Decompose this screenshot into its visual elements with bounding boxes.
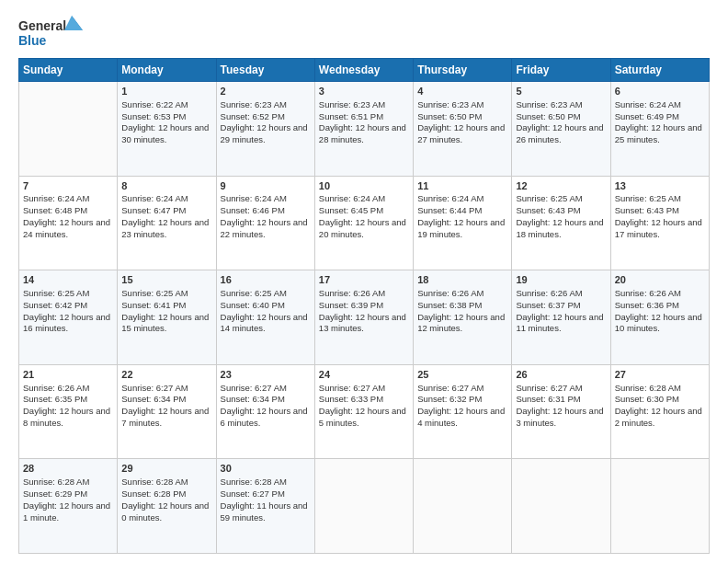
day-info: Sunrise: 6:26 AMSunset: 6:37 PMDaylight:…	[516, 288, 603, 333]
day-info: Sunrise: 6:24 AMSunset: 6:45 PMDaylight:…	[319, 193, 406, 238]
day-info: Sunrise: 6:26 AMSunset: 6:36 PMDaylight:…	[615, 288, 702, 333]
calendar-cell: 20Sunrise: 6:26 AMSunset: 6:36 PMDayligh…	[610, 270, 709, 365]
day-number: 1	[121, 85, 211, 98]
day-header-wednesday: Wednesday	[314, 59, 413, 82]
calendar-cell: 8Sunrise: 6:24 AMSunset: 6:47 PMDaylight…	[118, 176, 216, 270]
calendar-cell: 29Sunrise: 6:28 AMSunset: 6:28 PMDayligh…	[118, 459, 216, 554]
calendar-cell: 4Sunrise: 6:23 AMSunset: 6:50 PMDaylight…	[414, 82, 512, 177]
day-number: 19	[516, 273, 606, 287]
day-number: 16	[221, 273, 311, 287]
calendar-cell: 14Sunrise: 6:25 AMSunset: 6:42 PMDayligh…	[19, 270, 118, 365]
calendar-cell: 27Sunrise: 6:28 AMSunset: 6:30 PMDayligh…	[610, 364, 709, 459]
day-number: 2	[221, 85, 311, 98]
day-number: 27	[615, 368, 705, 382]
generalblue-logo-icon: General Blue	[18, 14, 83, 51]
day-number: 20	[615, 273, 705, 287]
calendar-cell: 3Sunrise: 6:23 AMSunset: 6:51 PMDaylight…	[314, 82, 413, 177]
day-number: 21	[23, 368, 113, 382]
calendar-cell	[512, 459, 610, 554]
header: General Blue	[18, 14, 710, 51]
calendar-week-row: 14Sunrise: 6:25 AMSunset: 6:42 PMDayligh…	[19, 270, 710, 365]
day-info: Sunrise: 6:24 AMSunset: 6:47 PMDaylight:…	[121, 193, 209, 238]
day-number: 14	[23, 273, 113, 287]
calendar-cell	[610, 459, 709, 554]
day-info: Sunrise: 6:28 AMSunset: 6:28 PMDaylight:…	[121, 477, 209, 522]
calendar-cell: 18Sunrise: 6:26 AMSunset: 6:38 PMDayligh…	[414, 270, 512, 365]
calendar-cell: 11Sunrise: 6:24 AMSunset: 6:44 PMDayligh…	[414, 176, 512, 270]
calendar-cell: 6Sunrise: 6:24 AMSunset: 6:49 PMDaylight…	[610, 82, 709, 177]
calendar-week-row: 21Sunrise: 6:26 AMSunset: 6:35 PMDayligh…	[19, 364, 710, 459]
day-number: 18	[417, 273, 507, 287]
calendar-cell: 30Sunrise: 6:28 AMSunset: 6:27 PMDayligh…	[216, 459, 314, 554]
day-number: 4	[417, 85, 507, 98]
day-number: 8	[121, 179, 211, 193]
day-info: Sunrise: 6:24 AMSunset: 6:49 PMDaylight:…	[615, 99, 702, 144]
day-info: Sunrise: 6:23 AMSunset: 6:50 PMDaylight:…	[417, 99, 505, 144]
day-info: Sunrise: 6:27 AMSunset: 6:31 PMDaylight:…	[516, 383, 603, 428]
calendar-cell: 1Sunrise: 6:22 AMSunset: 6:53 PMDaylight…	[118, 82, 216, 177]
calendar-cell: 19Sunrise: 6:26 AMSunset: 6:37 PMDayligh…	[512, 270, 610, 365]
day-info: Sunrise: 6:23 AMSunset: 6:52 PMDaylight:…	[221, 99, 308, 144]
calendar-cell: 2Sunrise: 6:23 AMSunset: 6:52 PMDaylight…	[216, 82, 314, 177]
calendar-cell: 9Sunrise: 6:24 AMSunset: 6:46 PMDaylight…	[216, 176, 314, 270]
day-number: 30	[221, 462, 311, 476]
calendar-cell: 15Sunrise: 6:25 AMSunset: 6:41 PMDayligh…	[118, 270, 216, 365]
day-info: Sunrise: 6:26 AMSunset: 6:35 PMDaylight:…	[23, 383, 110, 428]
calendar-cell: 22Sunrise: 6:27 AMSunset: 6:34 PMDayligh…	[118, 364, 216, 459]
calendar-cell: 26Sunrise: 6:27 AMSunset: 6:31 PMDayligh…	[512, 364, 610, 459]
day-number: 7	[23, 179, 113, 193]
day-number: 17	[319, 273, 409, 287]
calendar-cell: 17Sunrise: 6:26 AMSunset: 6:39 PMDayligh…	[314, 270, 413, 365]
day-info: Sunrise: 6:23 AMSunset: 6:51 PMDaylight:…	[319, 99, 406, 144]
day-info: Sunrise: 6:28 AMSunset: 6:29 PMDaylight:…	[23, 477, 110, 522]
day-info: Sunrise: 6:27 AMSunset: 6:34 PMDaylight:…	[221, 383, 308, 428]
calendar-cell: 10Sunrise: 6:24 AMSunset: 6:45 PMDayligh…	[314, 176, 413, 270]
day-header-thursday: Thursday	[414, 59, 512, 82]
calendar-cell: 21Sunrise: 6:26 AMSunset: 6:35 PMDayligh…	[19, 364, 118, 459]
day-info: Sunrise: 6:25 AMSunset: 6:42 PMDaylight:…	[23, 288, 110, 333]
day-number: 22	[121, 368, 211, 382]
day-header-saturday: Saturday	[610, 59, 709, 82]
day-info: Sunrise: 6:26 AMSunset: 6:39 PMDaylight:…	[319, 288, 406, 333]
day-info: Sunrise: 6:25 AMSunset: 6:40 PMDaylight:…	[221, 288, 308, 333]
day-number: 15	[121, 273, 211, 287]
day-header-monday: Monday	[118, 59, 216, 82]
day-number: 9	[221, 179, 311, 193]
svg-text:Blue: Blue	[18, 33, 47, 48]
day-info: Sunrise: 6:24 AMSunset: 6:46 PMDaylight:…	[221, 193, 308, 238]
calendar-cell: 7Sunrise: 6:24 AMSunset: 6:48 PMDaylight…	[19, 176, 118, 270]
day-info: Sunrise: 6:28 AMSunset: 6:27 PMDaylight:…	[221, 477, 308, 522]
day-number: 3	[319, 85, 409, 98]
day-info: Sunrise: 6:27 AMSunset: 6:33 PMDaylight:…	[319, 383, 406, 428]
day-number: 24	[319, 368, 409, 382]
day-header-friday: Friday	[512, 59, 610, 82]
calendar-cell: 16Sunrise: 6:25 AMSunset: 6:40 PMDayligh…	[216, 270, 314, 365]
day-info: Sunrise: 6:24 AMSunset: 6:44 PMDaylight:…	[417, 193, 505, 238]
day-info: Sunrise: 6:22 AMSunset: 6:53 PMDaylight:…	[121, 99, 209, 144]
calendar-cell: 28Sunrise: 6:28 AMSunset: 6:29 PMDayligh…	[19, 459, 118, 554]
day-number: 12	[516, 179, 606, 193]
day-number: 23	[221, 368, 311, 382]
day-number: 5	[516, 85, 606, 98]
day-number: 13	[615, 179, 705, 193]
calendar-week-row: 7Sunrise: 6:24 AMSunset: 6:48 PMDaylight…	[19, 176, 710, 270]
day-number: 10	[319, 179, 409, 193]
calendar-cell: 24Sunrise: 6:27 AMSunset: 6:33 PMDayligh…	[314, 364, 413, 459]
day-info: Sunrise: 6:25 AMSunset: 6:43 PMDaylight:…	[615, 193, 702, 238]
calendar-cell: 13Sunrise: 6:25 AMSunset: 6:43 PMDayligh…	[610, 176, 709, 270]
calendar-cell: 23Sunrise: 6:27 AMSunset: 6:34 PMDayligh…	[216, 364, 314, 459]
day-info: Sunrise: 6:28 AMSunset: 6:30 PMDaylight:…	[615, 383, 702, 428]
calendar-cell: 5Sunrise: 6:23 AMSunset: 6:50 PMDaylight…	[512, 82, 610, 177]
day-header-tuesday: Tuesday	[216, 59, 314, 82]
calendar-cell: 25Sunrise: 6:27 AMSunset: 6:32 PMDayligh…	[414, 364, 512, 459]
svg-text:General: General	[18, 18, 66, 33]
calendar-cell	[19, 82, 118, 177]
day-number: 25	[417, 368, 507, 382]
calendar-table: SundayMondayTuesdayWednesdayThursdayFrid…	[18, 58, 710, 554]
day-header-sunday: Sunday	[19, 59, 118, 82]
day-info: Sunrise: 6:27 AMSunset: 6:34 PMDaylight:…	[121, 383, 209, 428]
day-number: 11	[417, 179, 507, 193]
day-number: 6	[615, 85, 705, 98]
logo: General Blue	[18, 14, 83, 51]
day-info: Sunrise: 6:27 AMSunset: 6:32 PMDaylight:…	[417, 383, 505, 428]
